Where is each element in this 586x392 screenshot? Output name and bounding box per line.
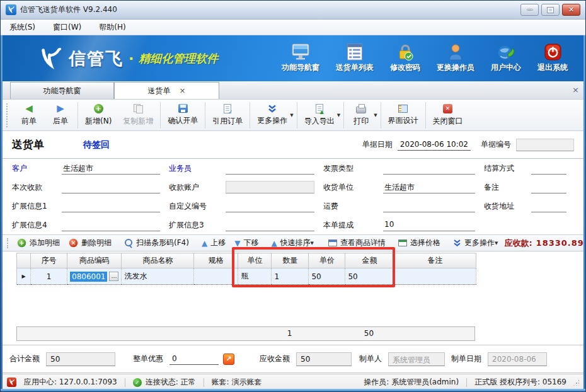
commission-input[interactable]: 10 [383,219,475,231]
print-button[interactable]: 打印 [345,101,377,130]
new-doc-button[interactable]: + 新增(N) [79,101,117,130]
grid-more-actions-button[interactable]: 更多操作 ▼ [449,238,504,248]
table-row[interactable]: ▶ 1 0806001 … 洗发水 瓶 1 50 50 [17,268,476,285]
scan-barcode-button[interactable]: 扫描条形码(F4) [120,238,193,248]
dropdown-caret-icon[interactable]: ▼ [290,113,293,118]
view-product-detail-button[interactable]: 查看商品详情 [324,238,390,248]
delete-detail-button[interactable]: ✕ 删除明细 [64,238,116,248]
doc-date-label: 单据日期 [362,139,393,150]
note-cell[interactable] [394,268,476,285]
banner-action-exit[interactable]: 退出系统 [537,43,568,73]
receiver-unit-input[interactable]: 生活超市 [383,182,475,193]
qty-cell[interactable]: 1 [272,268,309,285]
document-check-icon [224,104,231,113]
move-down-button[interactable]: ▼ 下移 [230,238,263,248]
ext-info3-input[interactable] [226,219,314,231]
col-unit[interactable]: 单位 [238,253,272,268]
close-window-icon: ✕ [443,104,452,113]
tab-close-icon[interactable]: × [179,86,185,95]
invoice-type-input[interactable] [383,163,475,175]
banner-action-delivery-list[interactable]: 送货单列表 [336,43,374,73]
product-code-cell[interactable]: 0806001 … [67,268,122,285]
apply-discount-icon[interactable]: ↗ [223,354,234,365]
selected-code-value[interactable]: 0806001 [70,272,107,282]
double-chevron-down-icon [268,105,277,113]
next-doc-button[interactable]: ▶ 后单 [45,101,76,130]
close-window-button[interactable]: ✕ 关闭窗口 [427,101,469,130]
ext-info4-input[interactable] [62,219,160,231]
seq-cell[interactable]: 1 [31,268,67,285]
header-form: 客户 生活超市 业务员 发票类型 结算方式 本次收款 收款账户 收货单位 生活超… [1,159,585,234]
discount-label: 整单优惠 [133,354,163,364]
select-price-button[interactable]: 选择价格 [394,238,445,248]
banner-action-nav[interactable]: 功能导航窗 [282,43,319,73]
move-up-button[interactable]: ▲ 上移 [197,238,230,248]
app-logo-small-icon [7,378,16,387]
restore-button[interactable] [541,4,560,16]
customer-input[interactable]: 生活超市 [62,163,160,175]
col-seq[interactable]: 序号 [31,253,67,268]
quick-sort-button[interactable]: ▲ 快速排序 ▼ [267,238,320,248]
lookup-ellipsis-button[interactable]: … [109,272,118,281]
confirm-open-button[interactable]: 确认开单 [162,101,204,130]
product-name-cell[interactable]: 洗发水 [122,268,194,285]
row-selector-cell[interactable]: ▶ [17,268,31,285]
label-commission: 本单提成 [323,220,383,231]
col-note[interactable]: 备注 [394,253,476,268]
toolbar-separator [250,102,250,129]
label-custom-number: 自定义编号 [169,201,226,212]
dropdown-caret-icon[interactable]: ▼ [337,113,340,118]
status-separator [125,378,125,387]
more-actions-button[interactable]: 更多操作 [251,101,293,130]
tab-delivery-note[interactable]: 送货单 × [114,82,219,99]
payment-input[interactable] [62,182,160,193]
unit-cell[interactable]: 瓶 [238,268,272,285]
freight-input[interactable] [383,200,475,212]
salesman-input[interactable] [226,163,314,175]
ui-design-button[interactable]: 界面设计 [382,101,424,130]
printer-icon [356,107,366,113]
col-amount[interactable]: 金额 [345,253,394,268]
toolbar-separator [205,102,205,129]
banner-action-change-password[interactable]: 修改密码 [390,43,420,73]
menu-system[interactable]: 系统(S) [9,22,35,33]
copy-new-button[interactable]: 复制新增 [117,101,159,130]
col-product-name[interactable]: 商品名称 [122,253,194,268]
close-button[interactable]: ✕ [562,4,580,16]
receive-address-input[interactable] [531,200,566,212]
resize-grip[interactable] [573,379,579,386]
col-price[interactable]: 单价 [309,253,345,268]
spec-cell[interactable] [194,268,238,285]
col-spec[interactable]: 规格 [194,253,238,268]
discount-input[interactable]: 0 [169,353,219,365]
label-invoice-type: 发票类型 [323,163,383,174]
amount-cell[interactable]: 50 [345,268,394,285]
banner-action-switch-operator[interactable]: 更换操作员 [437,43,474,73]
tab-nav-window[interactable]: 功能导航窗 [10,82,114,99]
custom-number-input[interactable] [226,200,314,212]
quote-order-button[interactable]: 引用订单 [207,101,248,130]
import-export-button[interactable]: 导入导出 [299,101,340,130]
price-cell[interactable]: 50 [309,268,345,285]
label-settlement: 结算方式 [484,163,531,174]
settlement-input[interactable] [531,163,566,175]
remark-input[interactable] [531,182,566,193]
banner-action-user-center[interactable]: 用户中心 [491,43,521,73]
brand-logo-icon [37,46,64,71]
add-detail-button[interactable]: + 添加明细 [13,238,64,248]
minimize-button[interactable] [520,4,539,16]
tabstrip-close-icon[interactable]: × [572,85,579,95]
prev-doc-button[interactable]: ◀ 前单 [13,101,45,130]
col-qty[interactable]: 数量 [272,253,309,268]
app-logo-icon [6,4,16,15]
menu-help[interactable]: 帮助(H) [99,22,125,33]
window-edge [583,35,585,389]
maker-label: 制单人 [359,354,382,364]
status-separator [466,378,467,387]
doc-date-input[interactable]: 2020-08-06 10:02 [398,139,471,151]
col-product-code[interactable]: 商品编码 [67,253,122,268]
total-amount-label: 合计金额 [9,354,40,364]
dropdown-caret-icon[interactable]: ▼ [374,113,377,118]
menu-window[interactable]: 窗口(W) [53,22,81,33]
ext-info1-input[interactable] [62,200,160,212]
